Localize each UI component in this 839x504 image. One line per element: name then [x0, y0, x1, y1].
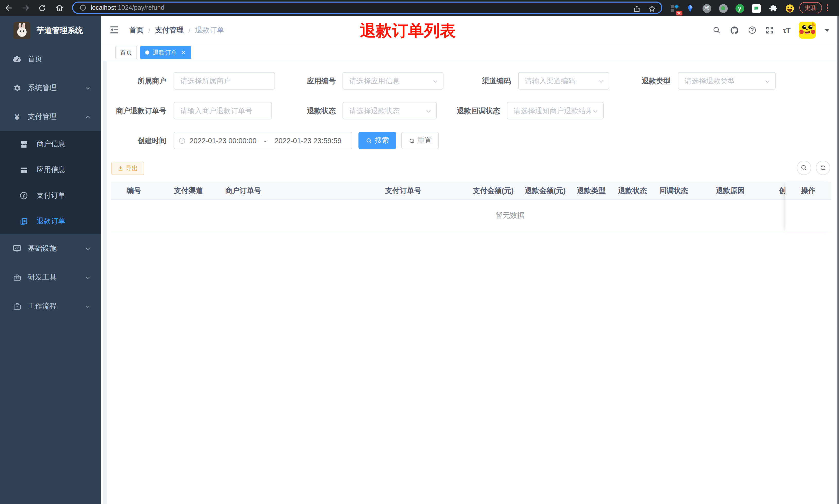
notify-status-select[interactable] — [507, 102, 604, 120]
breadcrumb-pay[interactable]: 支付管理 — [155, 25, 184, 35]
screen: localhost:1024/pay/refund 10 ⌘ y — [0, 0, 839, 504]
extension-grid-diamond-icon[interactable]: 10 — [668, 2, 681, 14]
extension-badge: 10 — [676, 11, 682, 15]
site-info-icon[interactable] — [79, 4, 87, 11]
sidebar-collapse-icon[interactable] — [109, 25, 120, 35]
refund-status-label: 退款状态 — [274, 102, 336, 120]
browser-toolbar: localhost:1024/pay/refund 10 ⌘ y — [0, 0, 839, 16]
empty-text: 暂无数据 — [496, 200, 524, 231]
back-icon[interactable] — [2, 0, 15, 16]
col-pay-order-no: 支付订单号 — [385, 182, 421, 200]
col-channel: 支付渠道 — [174, 182, 203, 200]
search-icon[interactable] — [712, 26, 721, 35]
app-select[interactable] — [342, 72, 444, 90]
window-edge — [837, 16, 839, 504]
pay-submenu: 商户信息 应用信息 支付订单 — [0, 131, 101, 234]
home-icon[interactable] — [53, 0, 66, 16]
sidebar-item-merchant-info[interactable]: 商户信息 — [0, 131, 101, 157]
range-end-value[interactable]: 2022-01-23 23:59:59 — [274, 137, 344, 145]
range-start-value[interactable]: 2022-01-23 00:00:00 — [190, 137, 260, 145]
refund-type-select[interactable] — [678, 72, 775, 90]
bookmark-star-icon[interactable] — [648, 5, 656, 13]
tags-view: 首页 退款订单 — [101, 44, 837, 61]
col-refund-reason: 退款原因 — [716, 182, 745, 200]
toolbox-icon — [12, 273, 22, 282]
extension-chat-icon[interactable] — [750, 2, 762, 14]
sidebar-item-system[interactable]: 系统管理 — [0, 74, 101, 103]
extension-kite-icon[interactable] — [684, 2, 696, 14]
shop-icon — [19, 140, 28, 148]
sidebar-item-workflow[interactable]: 工作流程 — [0, 292, 101, 321]
browser-update-button[interactable]: 更新 — [799, 2, 822, 13]
col-operation: 操作 — [785, 182, 831, 200]
sidebar-item-pay-order[interactable]: 支付订单 — [0, 183, 101, 209]
fullscreen-icon[interactable] — [765, 26, 774, 35]
address-bar[interactable]: localhost:1024/pay/refund — [72, 2, 662, 14]
extension-green-dot-icon[interactable] — [717, 2, 729, 14]
extension-emoji-icon[interactable] — [783, 2, 796, 14]
tag-home[interactable]: 首页 — [115, 46, 137, 59]
col-pay-amount: 支付金额(元) — [473, 182, 514, 200]
reset-button[interactable]: 重置 — [401, 132, 439, 149]
browser-menu-icon[interactable] — [824, 3, 830, 13]
breadcrumb-home[interactable]: 首页 — [129, 25, 144, 35]
monitor-chart-icon — [12, 244, 22, 253]
table-search-icon-button[interactable] — [797, 161, 811, 175]
logo-rabbit-image — [13, 22, 30, 39]
chevron-down-icon — [85, 85, 91, 91]
close-tag-icon[interactable] — [181, 50, 186, 55]
chevron-down-icon — [85, 246, 91, 251]
sidebar-item-dev-tools[interactable]: 研发工具 — [0, 263, 101, 292]
share-icon[interactable] — [633, 5, 641, 13]
gutter — [103, 61, 107, 504]
forward-icon[interactable] — [19, 0, 32, 16]
help-icon[interactable] — [748, 26, 756, 35]
merchant-refund-no-label: 商户退款订单号 — [105, 102, 166, 120]
github-icon[interactable] — [730, 25, 739, 35]
page-header: 首页 / 支付管理 / 退款订单 退款订单列表 — [101, 16, 837, 44]
col-create-time: 创建时间 — [779, 182, 786, 200]
merchant-refund-no-input[interactable] — [174, 102, 272, 120]
main-area: 首页 / 支付管理 / 退款订单 退款订单列表 — [101, 16, 837, 504]
chevron-down-icon — [85, 304, 91, 309]
tag-refund-order[interactable]: 退款订单 — [140, 46, 191, 59]
create-time-label: 创建时间 — [105, 132, 166, 149]
sidebar-item-infra[interactable]: 基础设施 — [0, 234, 101, 263]
col-refund-status: 退款状态 — [618, 182, 647, 200]
yen-circle-icon — [19, 191, 28, 200]
font-size-icon[interactable]: τT — [783, 26, 790, 35]
extension-puzzle-icon[interactable] — [767, 2, 779, 14]
breadcrumb-refund: 退款订单 — [195, 25, 224, 35]
channel-select[interactable] — [518, 72, 609, 90]
url-text[interactable]: localhost:1024/pay/refund — [91, 4, 164, 11]
col-refund-type: 退款类型 — [577, 182, 606, 200]
search-button[interactable]: 搜索 — [358, 132, 396, 149]
extension-y-icon[interactable]: y — [733, 2, 746, 14]
active-dot — [145, 51, 149, 55]
app-label: 应用编号 — [274, 72, 336, 90]
merchant-label: 所属商户 — [105, 72, 166, 90]
sidebar-item-app-info[interactable]: 应用信息 — [0, 157, 101, 183]
sidebar-item-home[interactable]: 首页 — [0, 45, 101, 74]
avatar-caret-icon[interactable] — [825, 29, 830, 32]
col-merchant-order-no: 商户订单号 — [225, 182, 261, 200]
sidebar-item-pay[interactable]: ¥ 支付管理 — [0, 103, 101, 131]
sidebar: 芋道管理系统 首页 系统管理 ¥ 支付管理 — [0, 16, 101, 504]
clock-icon — [178, 137, 186, 144]
export-button[interactable]: 导出 — [111, 162, 144, 175]
app-title: 芋道管理系统 — [37, 25, 83, 35]
refund-status-select[interactable] — [342, 102, 437, 120]
notify-status-label: 退款回调状态 — [438, 102, 500, 120]
reload-icon[interactable] — [36, 0, 49, 16]
table-refresh-icon-button[interactable] — [816, 161, 830, 175]
sidebar-item-refund-order[interactable]: 退款订单 — [0, 209, 101, 234]
create-time-range-picker[interactable]: 2022-01-23 00:00:00 - 2022-01-23 23:59:5… — [174, 132, 352, 149]
content: 所属商户 应用编号 渠道编码 退款类型 — [101, 61, 837, 504]
sidebar-logo-row[interactable]: 芋道管理系统 — [0, 16, 101, 45]
extension-command-icon[interactable]: ⌘ — [700, 2, 713, 14]
merchant-input[interactable] — [174, 72, 275, 90]
dashboard-icon — [12, 55, 22, 64]
user-avatar[interactable] — [799, 22, 816, 39]
gear-icon — [12, 84, 22, 92]
refund-type-label: 退款类型 — [609, 72, 671, 90]
